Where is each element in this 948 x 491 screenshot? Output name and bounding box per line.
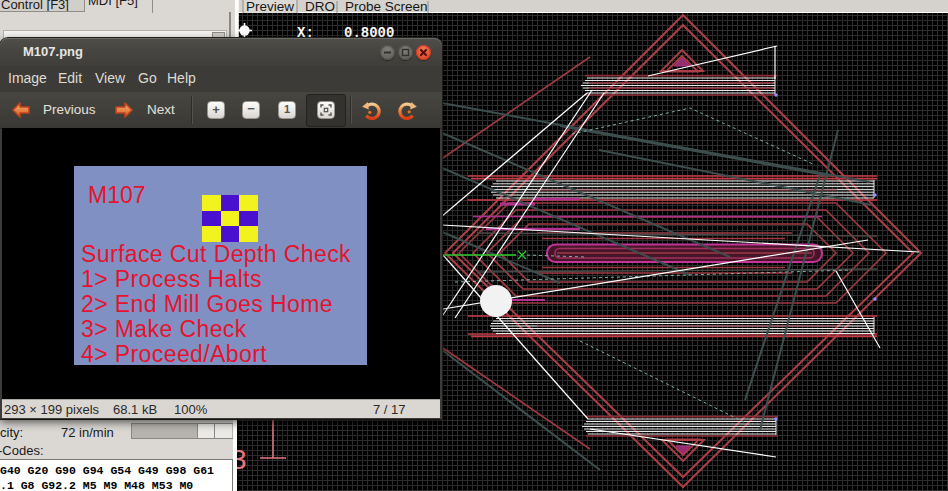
svg-text:DRO: DRO xyxy=(305,0,335,14)
svg-text:Preview: Preview xyxy=(246,0,294,14)
svg-text:3: 3 xyxy=(237,444,247,475)
svg-text:Probe Screen: Probe Screen xyxy=(345,0,428,14)
